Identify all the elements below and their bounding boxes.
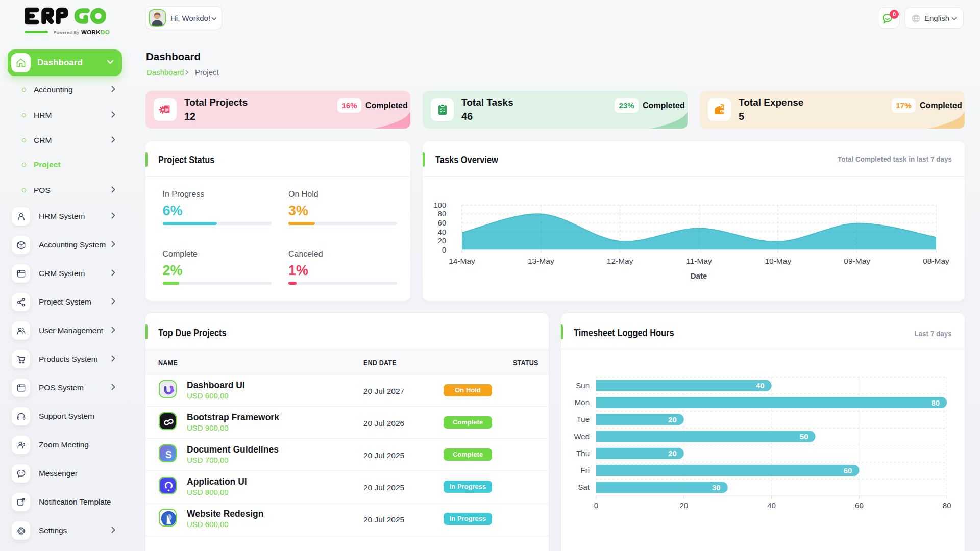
svg-text:14-May: 14-May — [449, 257, 475, 265]
svg-text:Sun: Sun — [576, 381, 590, 390]
svg-text:10-May: 10-May — [765, 257, 791, 265]
svg-text:50: 50 — [800, 432, 808, 441]
svg-text:60: 60 — [844, 466, 852, 475]
svg-text:0: 0 — [442, 246, 446, 254]
svg-text:60: 60 — [438, 219, 446, 227]
svg-text:80: 80 — [932, 398, 940, 407]
svg-text:WORKDO: WORKDO — [81, 29, 110, 35]
svg-text:20: 20 — [438, 237, 446, 245]
svg-text:Fri: Fri — [581, 466, 590, 474]
svg-text:Powered By: Powered By — [54, 30, 79, 35]
svg-text:0: 0 — [594, 501, 598, 510]
svg-text:30: 30 — [712, 483, 721, 492]
svg-text:S: S — [165, 449, 172, 460]
svg-text:Wed: Wed — [574, 432, 590, 441]
svg-text:40: 40 — [767, 501, 776, 510]
svg-text:20: 20 — [668, 449, 677, 458]
svg-text:Thu: Thu — [576, 449, 590, 458]
svg-text:12-May: 12-May — [607, 257, 633, 265]
svg-text:20: 20 — [668, 415, 677, 424]
svg-text:60: 60 — [855, 501, 864, 510]
svg-text:100: 100 — [434, 201, 446, 209]
svg-text:80: 80 — [943, 501, 951, 510]
svg-text:80: 80 — [438, 210, 446, 218]
svg-text:40: 40 — [756, 381, 765, 390]
svg-text:Tue: Tue — [577, 415, 590, 423]
svg-text:20: 20 — [679, 501, 688, 510]
svg-text:Sat: Sat — [578, 483, 590, 491]
svg-text:40: 40 — [438, 228, 446, 236]
svg-text:09-May: 09-May — [844, 257, 870, 265]
svg-text:11-May: 11-May — [686, 257, 712, 265]
svg-text:Mon: Mon — [575, 398, 590, 407]
svg-text:08-May: 08-May — [923, 257, 949, 265]
svg-text:13-May: 13-May — [528, 257, 554, 265]
svg-text:Date: Date — [691, 271, 707, 280]
